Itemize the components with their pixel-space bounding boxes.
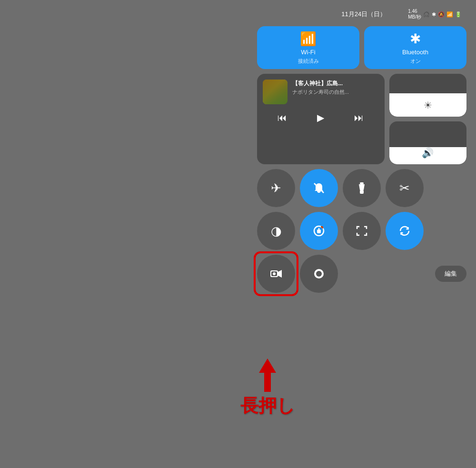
scissors-button[interactable]: ✂ xyxy=(386,169,424,207)
status-icons: 1.46MB/秒 🎧 ✱ 🔕 📶 🔋 xyxy=(408,9,462,20)
lock-rotate-button[interactable] xyxy=(300,212,338,250)
silent-icon xyxy=(312,181,326,195)
svg-point-8 xyxy=(273,272,276,275)
bluetooth-icon: ✱ xyxy=(410,31,421,47)
silent-status-icon: 🔕 xyxy=(438,11,445,18)
screenshot-icon xyxy=(355,224,368,238)
theme-button[interactable]: ◑ xyxy=(257,212,295,250)
flashlight-icon xyxy=(355,181,368,195)
edit-button[interactable]: 編集 xyxy=(435,266,466,282)
wifi-icon: 📶 xyxy=(300,31,317,47)
next-button[interactable]: ⏭ xyxy=(349,110,368,125)
volume-slider[interactable]: 🔊 xyxy=(389,121,466,164)
video-record-button[interactable] xyxy=(257,255,295,293)
wifi-sublabel: 接続済み xyxy=(298,58,319,65)
toggles-row-1: ✈ ✂ xyxy=(257,169,466,207)
wifi-status-icon: 📶 xyxy=(446,11,453,18)
media-info: 【客人神社】広島... ナポリタン寿司の自然... xyxy=(292,80,379,96)
sync-icon xyxy=(398,224,411,238)
wifi-label: Wi-Fi xyxy=(301,49,315,56)
screenshot-button[interactable] xyxy=(343,212,381,250)
brightness-slider[interactable]: ☀ xyxy=(389,74,466,117)
bluetooth-status-icon: ✱ xyxy=(432,11,436,18)
silent-button[interactable] xyxy=(300,169,338,207)
screen-record-button[interactable] xyxy=(300,255,338,293)
media-top: 【客人神社】広島... ナポリタン寿司の自然... xyxy=(263,80,379,104)
headphone-icon: 🎧 xyxy=(423,11,430,18)
battery-icon: 🔋 xyxy=(455,11,462,18)
svg-marker-11 xyxy=(259,358,276,392)
play-button[interactable]: ▶ xyxy=(312,110,329,125)
bluetooth-label: Bluetooth xyxy=(402,49,428,56)
airplane-button[interactable]: ✈ xyxy=(257,169,295,207)
lock-rotate-icon xyxy=(312,224,326,238)
annotation-area: 長押し xyxy=(240,358,295,418)
svg-point-10 xyxy=(316,271,322,277)
speed-icon: 1.46MB/秒 xyxy=(408,9,421,20)
media-artist: ナポリタン寿司の自然... xyxy=(292,89,354,96)
media-thumbnail xyxy=(263,80,288,104)
record-icon xyxy=(312,267,326,280)
status-bar: 11月24日（日） 1.46MB/秒 🎧 ✱ 🔕 📶 🔋 xyxy=(341,9,462,20)
video-button-wrapper xyxy=(257,255,295,293)
video-icon xyxy=(269,267,283,280)
bottom-row: 編集 xyxy=(257,255,466,293)
wifi-tile[interactable]: 📶 Wi-Fi 接続済み xyxy=(257,26,359,69)
media-title: 【客人神社】広島... xyxy=(292,80,354,88)
flashlight-button[interactable] xyxy=(343,169,381,207)
sliders-column: ☀ 🔊 xyxy=(389,74,466,164)
date-display: 11月24日（日） xyxy=(341,10,386,19)
brightness-icon: ☀ xyxy=(424,100,432,111)
svg-rect-2 xyxy=(360,190,364,194)
bluetooth-tile[interactable]: ✱ Bluetooth オン xyxy=(364,26,466,69)
sync-button[interactable] xyxy=(386,212,424,250)
media-row: 【客人神社】広島... ナポリタン寿司の自然... ⏮ ▶ ⏭ ☀ 🔊 xyxy=(257,74,466,164)
svg-rect-1 xyxy=(360,182,364,184)
volume-icon: 🔊 xyxy=(422,147,434,159)
media-controls: ⏮ ▶ ⏭ xyxy=(263,110,379,125)
prev-button[interactable]: ⏮ xyxy=(273,110,292,125)
top-row: 📶 Wi-Fi 接続済み ✱ Bluetooth オン xyxy=(257,26,466,69)
svg-marker-6 xyxy=(278,270,282,278)
toggles-row-2: ◑ xyxy=(257,212,466,250)
nagaoshi-label: 長押し xyxy=(240,394,295,418)
control-center: 📶 Wi-Fi 接続済み ✱ Bluetooth オン 【客人神社】広島... … xyxy=(257,26,466,293)
arrow-annotation xyxy=(255,358,281,392)
bluetooth-sublabel: オン xyxy=(410,58,421,65)
media-player-tile: 【客人神社】広島... ナポリタン寿司の自然... ⏮ ▶ ⏭ xyxy=(257,74,385,164)
svg-rect-4 xyxy=(317,229,321,233)
